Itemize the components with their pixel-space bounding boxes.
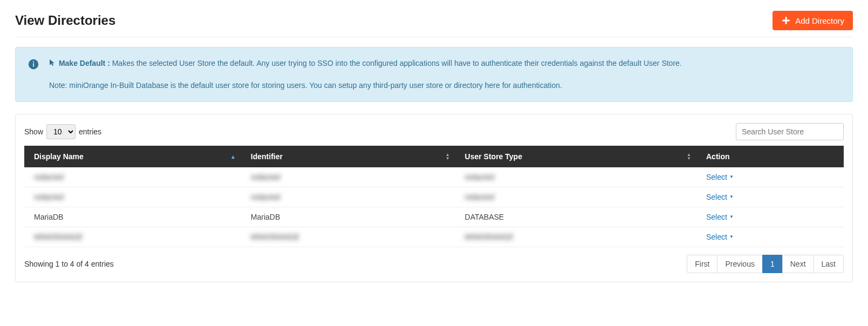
cell-user-store-type: redacted (455, 187, 696, 207)
show-label-pre: Show (24, 127, 43, 136)
cell-user-store-type: redacted (455, 167, 696, 187)
cell-action: Select ▼ (696, 167, 844, 187)
cell-user-store-type: MINIORANGE (455, 227, 696, 247)
cell-action: Select ▼ (696, 207, 844, 227)
pagination: First Previous 1 Next Last (687, 255, 844, 273)
info-line-1: Make Default : Makes the selected User S… (49, 57, 682, 70)
info-content: Make Default : Makes the selected User S… (49, 57, 682, 92)
cursor-icon (49, 58, 56, 70)
show-label-post: entries (79, 127, 101, 136)
select-dropdown[interactable]: Select ▼ (706, 173, 734, 181)
page-next[interactable]: Next (782, 255, 814, 273)
table-footer: Showing 1 to 4 of 4 entries First Previo… (24, 255, 844, 273)
cell-identifier: redacted (241, 167, 455, 187)
plus-icon (781, 16, 791, 25)
page-1[interactable]: 1 (762, 255, 783, 273)
page-last[interactable]: Last (814, 255, 844, 273)
cell-identifier: redacted (241, 187, 455, 207)
table-info: Showing 1 to 4 of 4 entries (24, 260, 114, 268)
search-input[interactable] (736, 123, 844, 140)
sort-both-icon: ▲▼ (446, 153, 450, 160)
cell-user-store-type: DATABASE (455, 207, 696, 227)
col-identifier[interactable]: Identifier ▲▼ (241, 146, 455, 167)
svg-rect-1 (782, 20, 790, 22)
select-dropdown[interactable]: Select ▼ (706, 213, 734, 221)
table-controls: Show 10 entries (24, 123, 844, 140)
page-first[interactable]: First (687, 255, 717, 273)
header-row: View Directories Add Directory (15, 11, 853, 37)
page-previous[interactable]: Previous (717, 255, 762, 273)
table-row: redactedredactedredactedSelect ▼ (24, 167, 844, 187)
cell-display-name: MariaDB (24, 207, 241, 227)
col-action: Action (696, 146, 844, 167)
caret-down-icon: ▼ (729, 214, 734, 219)
cell-action: Select ▼ (696, 227, 844, 247)
add-directory-label: Add Directory (795, 16, 844, 25)
cell-display-name: redacted (24, 167, 241, 187)
select-dropdown[interactable]: Select ▼ (706, 233, 734, 241)
table-header-row: Display Name ▲ Identifier ▲▼ User Store … (24, 146, 844, 167)
cell-display-name: MINIORANGE (24, 227, 241, 247)
caret-down-icon: ▼ (729, 174, 734, 179)
show-entries: Show 10 entries (24, 124, 101, 139)
cell-identifier: MINIORANGE (241, 227, 455, 247)
col-user-store-type[interactable]: User Store Type ▲▼ (455, 146, 696, 167)
table-row: MINIORANGEMINIORANGEMINIORANGESelect ▼ (24, 227, 844, 247)
info-icon (28, 58, 39, 70)
cell-display-name: redacted (24, 187, 241, 207)
cell-action: Select ▼ (696, 187, 844, 207)
svg-rect-3 (33, 63, 34, 66)
caret-down-icon: ▼ (729, 234, 734, 239)
cell-identifier: MariaDB (241, 207, 455, 227)
table-row: redactedredactedredactedSelect ▼ (24, 187, 844, 207)
info-box: Make Default : Makes the selected User S… (15, 47, 853, 102)
make-default-text: Makes the selected User Store the defaul… (112, 59, 682, 67)
select-dropdown[interactable]: Select ▼ (706, 193, 734, 201)
entries-select[interactable]: 10 (46, 124, 76, 139)
svg-point-4 (33, 61, 34, 62)
make-default-label: Make Default : (59, 59, 110, 67)
sort-asc-icon: ▲ (230, 153, 236, 159)
caret-down-icon: ▼ (729, 194, 734, 199)
info-note: Note: miniOrange In-Built Database is th… (49, 79, 682, 91)
table-row: MariaDBMariaDBDATABASESelect ▼ (24, 207, 844, 227)
col-display-name[interactable]: Display Name ▲ (24, 146, 241, 167)
directories-table: Display Name ▲ Identifier ▲▼ User Store … (24, 146, 844, 247)
sort-both-icon: ▲▼ (687, 153, 691, 160)
add-directory-button[interactable]: Add Directory (773, 11, 853, 30)
page-title: View Directories (15, 13, 115, 28)
table-panel: Show 10 entries Display Name ▲ Identifie… (15, 114, 853, 282)
